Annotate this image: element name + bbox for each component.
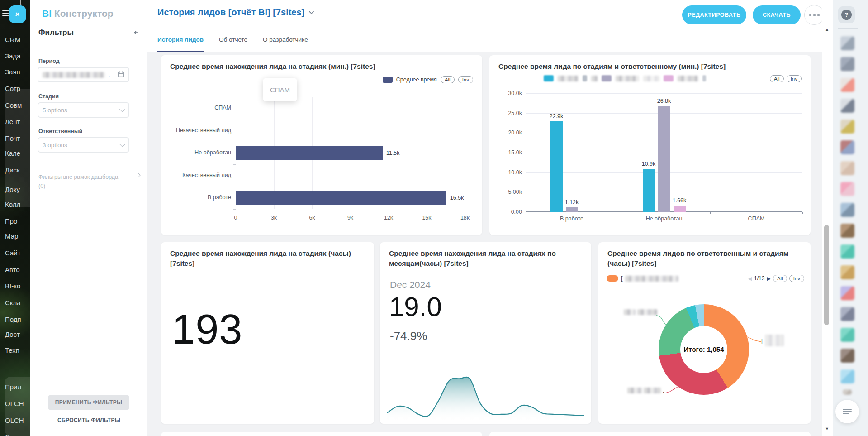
- nav-divider: [4, 365, 27, 365]
- app-icon-redacted[interactable]: [840, 224, 854, 238]
- sidebar-item-22[interactable]: OLCH: [5, 417, 24, 424]
- sidebar-item-21[interactable]: OLCH: [5, 400, 24, 407]
- edit-button[interactable]: РЕДАКТИРОВАТЬ: [682, 5, 746, 24]
- legend-label-redacted: [678, 76, 698, 81]
- app-icon-redacted[interactable]: [840, 140, 854, 154]
- y-tick-label: 20.0k: [508, 129, 522, 136]
- bar: [236, 191, 446, 205]
- sidebar-item-1[interactable]: Зада: [5, 52, 21, 60]
- partial-card: [161, 432, 482, 436]
- sidebar-item-20[interactable]: Прил: [5, 383, 21, 391]
- reset-filters-button[interactable]: СБРОСИТЬ ФИЛЬТРЫ: [30, 417, 147, 423]
- app-icon-redacted[interactable]: [840, 182, 854, 196]
- sidebar-item-6[interactable]: Почт: [5, 134, 20, 142]
- bar: [658, 106, 670, 212]
- legend-label[interactable]: Среднее время: [396, 77, 437, 83]
- app-icon-redacted[interactable]: [840, 286, 854, 300]
- app-icon-redacted[interactable]: [840, 369, 854, 383]
- sidebar-item-7[interactable]: Кале: [5, 149, 20, 157]
- responsible-select[interactable]: 3 options: [38, 137, 129, 153]
- sidebar-item-4[interactable]: Совм: [5, 101, 22, 109]
- collapse-panel-icon[interactable]: [132, 29, 140, 37]
- list-menu-button[interactable]: [835, 400, 859, 423]
- app-icon-redacted[interactable]: [840, 349, 854, 363]
- sidebar-item-0[interactable]: CRM: [5, 36, 20, 43]
- sidebar-item-19[interactable]: Техп: [5, 346, 19, 354]
- tab-istoriya-lidov[interactable]: История лидов: [157, 28, 204, 52]
- legend-inv-button[interactable]: Inv: [789, 275, 804, 282]
- right-app-rail: ?: [833, 0, 868, 436]
- stage-label: Стадия: [38, 93, 59, 100]
- bar-value-label: 16.5k: [450, 195, 464, 201]
- legend-label-redacted: [625, 276, 678, 282]
- sidebar-item-14[interactable]: Авто: [5, 266, 20, 273]
- y-tick-label: 25.0k: [508, 110, 522, 116]
- legend-inv-button[interactable]: Inv: [458, 76, 473, 83]
- legend-all-button[interactable]: All: [770, 75, 784, 82]
- app-icon-redacted[interactable]: [840, 36, 854, 50]
- outer-filters-link[interactable]: Фильтры вне рамок дашборда (0): [38, 172, 141, 191]
- download-button[interactable]: СКАЧАТЬ: [753, 5, 801, 24]
- app-icon-redacted[interactable]: [840, 307, 854, 321]
- scroll-up-arrow[interactable]: ▲: [825, 27, 829, 32]
- tab-ob-otchete[interactable]: Об отчете: [219, 28, 247, 52]
- sidebar-item-12[interactable]: Мар: [5, 232, 18, 240]
- legend-pagination: ◀ 1/13 ▶ All Inv: [748, 275, 804, 282]
- app-icon-redacted[interactable]: [840, 244, 854, 259]
- stage-select[interactable]: 5 options: [38, 102, 129, 118]
- tab-o-razrabotchike[interactable]: О разработчике: [263, 28, 308, 52]
- app-icon-redacted[interactable]: [840, 57, 854, 71]
- report-title-dropdown[interactable]: История лидов [отчёт BI] [7sites]: [157, 7, 314, 18]
- more-options-button[interactable]: [804, 5, 824, 25]
- sidebar-item-11[interactable]: Про: [5, 217, 17, 225]
- app-icon-redacted[interactable]: [840, 120, 854, 134]
- dashboard-main: История лидов [отчёт BI] [7sites] Истори…: [147, 0, 822, 436]
- legend-all-button[interactable]: All: [773, 275, 787, 282]
- help-button[interactable]: ?: [838, 6, 855, 23]
- sidebar-item-2[interactable]: Заяв: [5, 68, 20, 76]
- period-input[interactable]: .: [38, 67, 129, 82]
- legend-label-redacted: [558, 76, 579, 81]
- app-icon-redacted[interactable]: [840, 328, 854, 342]
- page-prev-icon[interactable]: ◀: [748, 276, 752, 282]
- scroll-down-arrow[interactable]: ▼: [825, 426, 829, 431]
- sidebar-item-10[interactable]: Колл: [5, 201, 20, 208]
- legend-label-redacted: [616, 76, 639, 81]
- sidebar-item-23[interactable]: Связ: [5, 433, 20, 436]
- sidebar-item-8[interactable]: Диск: [5, 166, 20, 174]
- category-label: СПАМ: [748, 216, 765, 222]
- app-icon-redacted[interactable]: [840, 265, 854, 279]
- chevron-down-icon: [119, 141, 125, 147]
- sidebar-item-17[interactable]: Подп: [5, 316, 21, 323]
- app-icon-redacted[interactable]: [840, 78, 854, 92]
- main-header: История лидов [отчёт BI] [7sites] Истори…: [147, 0, 822, 52]
- page-next-icon[interactable]: ▶: [767, 276, 770, 282]
- app-icon-redacted[interactable]: [843, 389, 852, 395]
- close-menu-button[interactable]: ×: [9, 5, 26, 23]
- bar: [566, 207, 578, 212]
- legend-swatch: [544, 75, 554, 81]
- sidebar-item-9[interactable]: Доку: [5, 186, 20, 193]
- legend-inv-button[interactable]: Inv: [787, 75, 802, 82]
- sidebar-item-16[interactable]: Скла: [5, 299, 21, 307]
- scrollbar-gutter: ▲ ▼: [822, 0, 833, 436]
- bar: [550, 121, 563, 212]
- app-icon-redacted[interactable]: [840, 99, 854, 113]
- legend-all-button[interactable]: All: [441, 76, 455, 83]
- period-label: Период: [38, 58, 60, 64]
- sidebar-item-5[interactable]: Лент: [5, 118, 20, 125]
- sidebar-item-13[interactable]: Сайт: [5, 249, 21, 257]
- scrollbar-thumb[interactable]: [824, 225, 829, 325]
- kpi-change: -74.9%: [390, 329, 427, 343]
- app-icon-redacted[interactable]: [840, 161, 854, 175]
- chart-tooltip: СПАМ: [263, 78, 297, 101]
- app-icon-redacted[interactable]: [840, 203, 854, 217]
- grouped-bar-chart-plot: 30.0k25.0k20.0k15.0k10.0k5.00k0.00В рабо…: [526, 93, 802, 212]
- sidebar-item-18[interactable]: Дост: [5, 331, 20, 338]
- sidebar-item-3[interactable]: Сотр: [5, 85, 20, 92]
- axis-tick: [233, 187, 236, 187]
- apply-filters-button[interactable]: ПРИМЕНИТЬ ФИЛЬТРЫ: [48, 395, 129, 410]
- legend-prefix: [: [621, 275, 622, 282]
- y-tick-label: 15.0k: [508, 149, 522, 156]
- sidebar-item-15[interactable]: BI-ко: [5, 282, 20, 290]
